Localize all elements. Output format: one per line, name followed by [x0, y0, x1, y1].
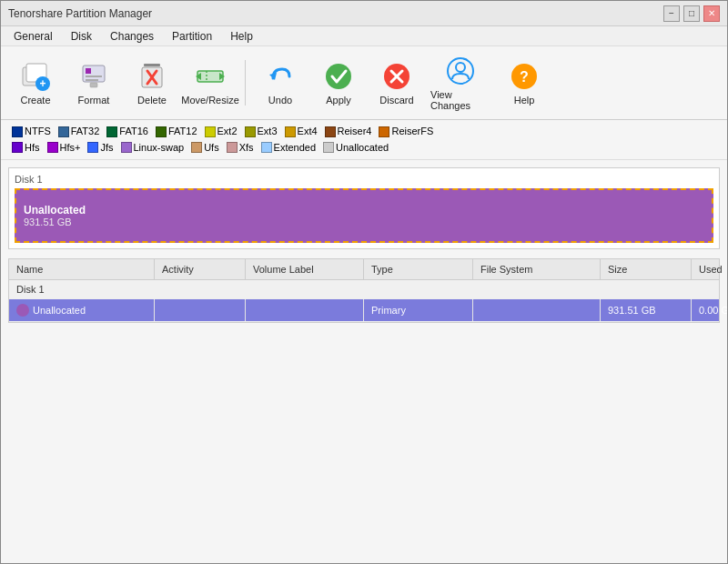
menu-general[interactable]: General: [5, 28, 62, 45]
table-group-disk1: Disk 1: [9, 280, 719, 299]
menu-changes[interactable]: Changes: [101, 28, 163, 45]
legend-hfs: Hfs: [12, 140, 40, 156]
title-text: Tenorshare Partition Manager: [8, 7, 152, 20]
legend-bar: NTFS FAT32 FAT16 FAT12 Ext2 Ext3: [1, 120, 727, 160]
legend-fat12: FAT12: [156, 124, 197, 140]
undo-button[interactable]: Undo: [253, 55, 308, 110]
disk-visual-block[interactable]: Unallocated 931.51 GB: [15, 188, 713, 243]
cell-activity: [155, 299, 246, 321]
legend-reiserfs: ReiserFS: [379, 124, 433, 140]
svg-text:?: ?: [520, 69, 529, 85]
delete-label: Delete: [137, 95, 167, 106]
discard-label: Discard: [379, 95, 413, 106]
svg-rect-9: [144, 64, 160, 66]
format-label: Format: [78, 95, 110, 106]
main-window: Tenorshare Partition Manager − □ ✕ Gener…: [0, 0, 728, 564]
legend-jfs: Jfs: [87, 140, 113, 156]
legend-reiser4: Reiser4: [325, 124, 372, 140]
disk-partition-size: 931.51 GB: [24, 217, 86, 227]
cell-used: 0.00 GB: [692, 299, 727, 321]
legend-ufs: Ufs: [191, 140, 219, 156]
cell-volume-label: [246, 299, 364, 321]
undo-label: Undo: [268, 95, 292, 106]
help-label: Help: [514, 95, 535, 106]
delete-icon: [136, 60, 168, 93]
toolbar: + Create Format: [1, 46, 727, 120]
col-name: Name: [9, 259, 155, 279]
legend-ext3: Ext3: [245, 124, 278, 140]
cell-filesystem: [473, 299, 601, 321]
title-controls: − □ ✕: [663, 5, 720, 22]
view-changes-label: View Changes: [430, 89, 490, 111]
move-resize-icon: [194, 60, 227, 93]
close-button[interactable]: ✕: [703, 5, 720, 22]
legend-ext4: Ext4: [285, 124, 318, 140]
format-button[interactable]: Format: [66, 55, 121, 110]
col-used: Used: [692, 259, 727, 279]
col-volume-label: Volume Label: [246, 259, 364, 279]
legend-row-2: Hfs Hfs+ Jfs Linux-swap Ufs Xfs: [12, 140, 716, 156]
col-filesystem: File System: [473, 259, 601, 279]
help-button[interactable]: ? Help: [497, 55, 551, 110]
apply-button[interactable]: Apply: [311, 55, 366, 110]
legend-hfsplus: Hfs+: [47, 140, 81, 156]
svg-rect-7: [86, 79, 98, 81]
col-type: Type: [364, 259, 473, 279]
apply-icon: [322, 60, 355, 93]
discard-icon: [380, 60, 413, 93]
svg-text:+: +: [39, 77, 46, 90]
table-row[interactable]: Unallocated Primary 931.51 GB: [9, 299, 719, 322]
svg-rect-13: [197, 71, 223, 82]
move-resize-button[interactable]: Move/Resize: [183, 55, 238, 110]
create-icon: +: [19, 60, 52, 93]
menu-disk[interactable]: Disk: [62, 28, 101, 45]
legend-fat32: FAT32: [58, 124, 100, 140]
legend-ntfs: NTFS: [12, 124, 51, 140]
cell-type: Primary: [364, 299, 473, 321]
menu-bar: General Disk Changes Partition Help: [1, 26, 727, 46]
svg-point-23: [456, 63, 465, 72]
cell-name: Unallocated: [9, 299, 155, 321]
svg-rect-8: [90, 83, 97, 87]
table-header: Name Activity Volume Label Type File Sys…: [9, 259, 719, 280]
disk-partition-name: Unallocated: [24, 204, 86, 217]
col-size: Size: [601, 259, 692, 279]
move-resize-label: Move/Resize: [181, 95, 239, 106]
disk-visual-section: Disk 1 Unallocated 931.51 GB: [8, 167, 720, 249]
legend-ext2: Ext2: [205, 124, 238, 140]
cell-size: 931.51 GB: [601, 299, 692, 321]
format-icon: [77, 60, 110, 93]
svg-rect-5: [86, 68, 91, 74]
col-activity: Activity: [155, 259, 246, 279]
view-changes-icon: [444, 55, 477, 87]
delete-button[interactable]: Delete: [125, 55, 179, 110]
disk-section-label: Disk 1: [15, 174, 713, 185]
main-content: Disk 1 Unallocated 931.51 GB Name Activi…: [1, 160, 727, 563]
legend-extended: Extended: [261, 140, 316, 156]
menu-partition[interactable]: Partition: [163, 28, 221, 45]
toolbar-separator-1: [245, 60, 246, 106]
svg-point-18: [326, 64, 351, 89]
undo-icon: [264, 60, 297, 93]
minimize-button[interactable]: −: [663, 5, 680, 22]
legend-unallocated: Unallocated: [323, 140, 389, 156]
partition-icon: [16, 304, 29, 317]
legend-row-1: NTFS FAT32 FAT16 FAT12 Ext2 Ext3: [12, 124, 716, 140]
legend-xfs: Xfs: [227, 140, 254, 156]
discard-button[interactable]: Discard: [369, 55, 424, 110]
create-button[interactable]: + Create: [8, 55, 63, 110]
help-icon: ?: [508, 60, 541, 93]
create-label: Create: [20, 95, 50, 106]
disk-partition-info: Unallocated 931.51 GB: [24, 204, 86, 227]
partition-table: Name Activity Volume Label Type File Sys…: [8, 258, 720, 323]
title-bar: Tenorshare Partition Manager − □ ✕: [1, 1, 727, 26]
apply-label: Apply: [326, 95, 351, 106]
legend-fat16: FAT16: [106, 124, 148, 140]
view-changes-button[interactable]: View Changes: [428, 50, 493, 116]
legend-linux-swap: Linux-swap: [121, 140, 185, 156]
maximize-button[interactable]: □: [683, 5, 700, 22]
menu-help[interactable]: Help: [221, 28, 262, 45]
svg-rect-6: [86, 76, 102, 77]
